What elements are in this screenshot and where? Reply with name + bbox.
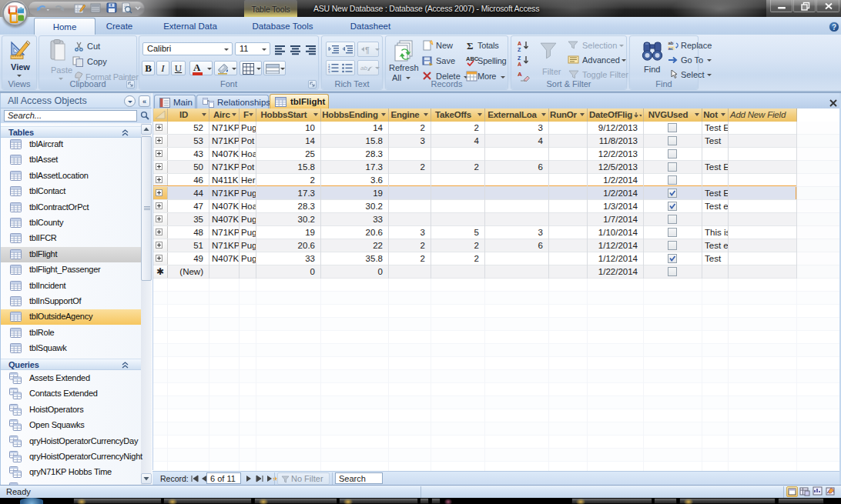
svg-text:ac: ac <box>668 46 674 50</box>
svg-text:ab: ab <box>668 41 674 45</box>
svg-text:A: A <box>518 71 522 78</box>
svg-text:Z: Z <box>518 47 521 52</box>
svg-text:ab: ab <box>360 65 367 72</box>
svg-text:ABC: ABC <box>466 55 478 62</box>
svg-text:Z: Z <box>518 55 521 61</box>
svg-text:A: A <box>518 62 521 66</box>
svg-text:¶: ¶ <box>365 46 370 55</box>
svg-text:Σ: Σ <box>467 40 474 51</box>
svg-text:3: 3 <box>328 71 330 74</box>
svg-text:A: A <box>518 41 521 46</box>
